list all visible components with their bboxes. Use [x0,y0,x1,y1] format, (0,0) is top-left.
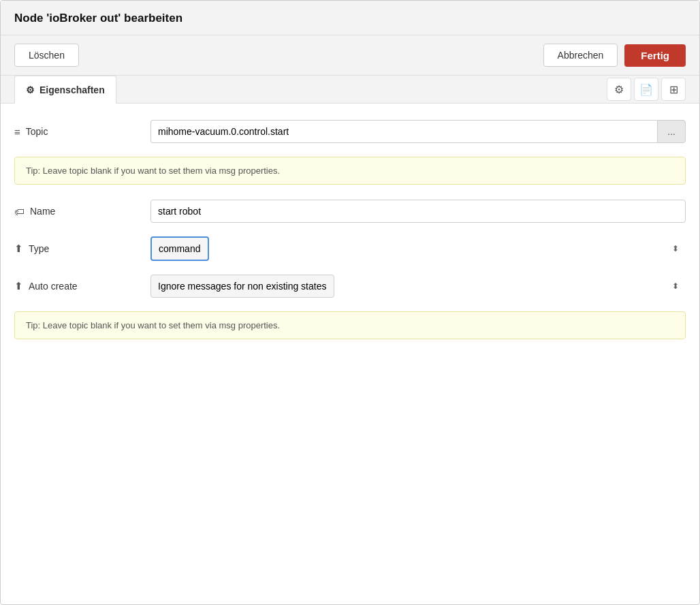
done-button[interactable]: Fertig [624,44,686,67]
type-label-group: ⬆ Type [14,243,150,255]
topic-browse-button[interactable]: ... [657,120,686,143]
topic-input[interactable] [150,120,657,143]
diagram-icon: ⊞ [669,83,678,96]
tip1-box: Tip: Leave topic blank if you want to se… [14,157,686,185]
type-select-wrapper: command value state [150,236,686,261]
main-panel: Node 'ioBroker out' bearbeiten Löschen A… [0,0,700,605]
type-icon: ⬆ [14,243,23,255]
auto-create-label: Auto create [29,281,78,292]
name-input[interactable] [150,200,686,223]
topic-input-group: ... [150,120,686,143]
topic-label: Topic [26,126,48,137]
auto-create-select[interactable]: Ignore messages for non existing states … [150,275,334,298]
name-row: 🏷 Name [14,200,686,223]
auto-create-select-wrapper: Ignore messages for non existing states … [150,275,686,298]
toolbar: Löschen Abbrechen Fertig [1,35,699,76]
tab-properties-label: Eigenschaften [39,84,105,95]
type-select[interactable]: command value state [150,236,209,261]
tab-settings-icon-btn[interactable]: ⚙ [607,78,631,101]
settings-icon: ⚙ [614,83,624,96]
type-row: ⬆ Type command value state [14,236,686,261]
tab-description-icon-btn[interactable]: 📄 [634,78,658,101]
auto-create-row: ⬆ Auto create Ignore messages for non ex… [14,275,686,298]
tip2-box: Tip: Leave topic blank if you want to se… [14,311,686,339]
tab-properties[interactable]: ⚙ Eigenschaften [14,76,116,104]
topic-row: ≡ Topic ... [14,120,686,143]
auto-create-label-group: ⬆ Auto create [14,280,150,292]
panel-header: Node 'ioBroker out' bearbeiten [1,1,699,35]
cancel-button[interactable]: Abbrechen [543,44,618,67]
name-icon: 🏷 [14,206,25,217]
tip2-text: Tip: Leave topic blank if you want to se… [26,320,280,330]
tab-diagram-icon-btn[interactable]: ⊞ [661,78,686,101]
tabs-row: ⚙ Eigenschaften ⚙ 📄 ⊞ [1,76,699,104]
tip1-text: Tip: Leave topic blank if you want to se… [26,166,280,176]
topic-icon: ≡ [14,126,20,138]
name-label: Name [30,206,55,217]
form-content: ≡ Topic ... Tip: Leave topic blank if yo… [1,104,699,368]
topic-label-group: ≡ Topic [14,126,150,138]
auto-create-icon: ⬆ [14,280,23,292]
description-icon: 📄 [639,83,653,96]
gear-icon: ⚙ [26,84,35,95]
delete-button[interactable]: Löschen [14,44,79,67]
name-label-group: 🏷 Name [14,206,150,217]
panel-title: Node 'ioBroker out' bearbeiten [14,12,182,25]
type-label: Type [29,243,49,254]
